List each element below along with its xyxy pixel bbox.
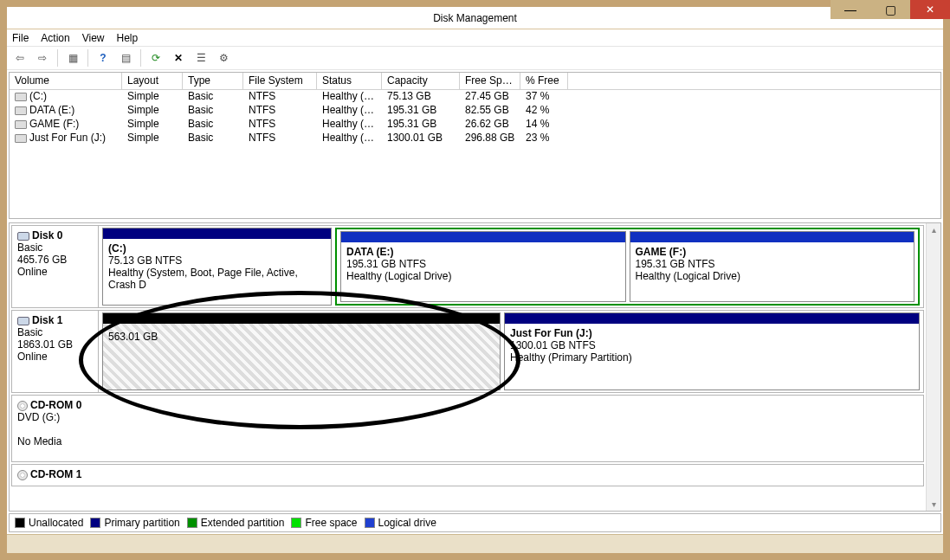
minimize-button[interactable]: — [830,0,870,19]
back-icon[interactable]: ⇦ [10,48,29,68]
partition-j[interactable]: Just For Fun (J:) 1300.01 GB NTFS Health… [504,312,920,390]
menu-bar: File Action View Help [7,29,943,47]
disk-partitions: (C:) 75.13 GB NTFS Healthy (System, Boot… [99,226,923,307]
disk-icon [17,317,29,325]
menu-view[interactable]: View [82,32,105,44]
delete-icon[interactable]: ✕ [169,48,188,68]
volume-icon [15,106,27,115]
scroll-up-icon[interactable]: ▴ [932,225,936,235]
close-button[interactable]: ✕ [910,0,950,19]
disk-icon [17,232,29,241]
volume-icon [15,134,27,143]
stripe-primary [103,229,331,239]
menu-file[interactable]: File [12,32,29,44]
titlebar[interactable]: Disk Management — ▢ ✕ [7,7,943,29]
disk-info: CD-ROM 1 [12,465,923,486]
col-capacity[interactable]: Capacity [382,73,460,89]
col-layout[interactable]: Layout [122,73,183,89]
table-view-icon[interactable]: ▦ [63,48,82,68]
separator [140,49,141,67]
legend-free: Free space [291,517,357,529]
disk-info: Disk 0 Basic 465.76 GB Online [12,226,99,307]
partition-c[interactable]: (C:) 75.13 GB NTFS Healthy (System, Boot… [102,228,332,306]
volume-row[interactable]: Just For Fun (J:) Simple Basic NTFS Heal… [10,132,940,145]
window-footer [7,534,943,553]
volume-icon [15,93,27,101]
disk-row-disk1[interactable]: Disk 1 Basic 1863.01 GB Online 563.01 GB [11,310,924,393]
menu-action[interactable]: Action [41,32,69,44]
extended-partition-group: DATA (E:) 195.31 GB NTFS Healthy (Logica… [335,228,920,306]
volume-row[interactable]: (C:) Simple Basic NTFS Healthy (S... 75.… [10,90,940,104]
volume-row[interactable]: GAME (F:) Simple Basic NTFS Healthy (L..… [10,118,940,132]
legend-bar: Unallocated Primary partition Extended p… [9,513,941,532]
legend-logical: Logical drive [365,517,436,529]
toolbar: ⇦ ⇨ ▦ ? ▤ ⟳ ✕ ☰ ⚙ [7,47,943,70]
col-pctfree[interactable]: % Free [520,73,568,89]
stripe-primary [505,313,919,324]
forward-icon[interactable]: ⇨ [33,48,52,68]
maximize-button[interactable]: ▢ [870,0,910,19]
col-volume[interactable]: Volume [10,73,122,89]
separator [57,49,58,67]
stripe-logical [630,232,914,242]
separator [87,49,88,67]
legend-primary: Primary partition [90,517,179,529]
window-title: Disk Management [7,12,943,24]
col-filesystem[interactable]: File System [243,73,317,89]
cdrom-icon [17,470,28,480]
refresh-icon[interactable]: ⟳ [146,48,165,68]
col-type[interactable]: Type [183,73,243,89]
app-window: Disk Management — ▢ ✕ File Action View H… [0,0,950,560]
disk-row-cdrom0[interactable]: CD-ROM 0 DVD (G:) No Media [11,395,924,462]
disk-info: CD-ROM 0 DVD (G:) No Media [12,396,923,461]
legend-unallocated: Unallocated [15,517,83,529]
scroll-down-icon[interactable]: ▾ [932,499,936,509]
partition-e[interactable]: DATA (E:) 195.31 GB NTFS Healthy (Logica… [340,231,626,302]
volume-icon [15,120,27,129]
legend-extended: Extended partition [187,517,285,529]
partition-f[interactable]: GAME (F:) 195.31 GB NTFS Healthy (Logica… [630,231,915,302]
help-icon[interactable]: ? [94,48,113,68]
stripe-logical [341,232,625,242]
volume-list[interactable]: Volume Layout Type File System Status Ca… [9,72,941,219]
disk-info: Disk 1 Basic 1863.01 GB Online [12,311,99,392]
column-headers[interactable]: Volume Layout Type File System Status Ca… [10,73,940,90]
cdrom-icon [17,401,28,411]
disk-row-cdrom1[interactable]: CD-ROM 1 [11,464,924,486]
grid-icon[interactable]: ▤ [116,48,135,68]
vertical-scrollbar[interactable]: ▴ ▾ [926,223,940,511]
menu-help[interactable]: Help [117,32,139,44]
client-area: Volume Layout Type File System Status Ca… [7,70,943,534]
disk-row-disk0[interactable]: Disk 0 Basic 465.76 GB Online (C:) 75.13… [11,225,924,308]
settings-icon[interactable]: ⚙ [214,48,233,68]
unallocated-space[interactable]: 563.01 GB [102,312,501,390]
window-controls: — ▢ ✕ [830,0,950,19]
stripe-unallocated [103,313,500,324]
properties-icon[interactable]: ☰ [191,48,210,68]
col-status[interactable]: Status [317,73,382,89]
disk-graphical-view: Disk 0 Basic 465.76 GB Online (C:) 75.13… [9,222,941,512]
col-free[interactable]: Free Spa... [460,73,520,89]
disk-partitions: 563.01 GB Just For Fun (J:) 1300.01 GB N… [99,311,923,392]
volume-row[interactable]: DATA (E:) Simple Basic NTFS Healthy (L..… [10,104,940,118]
